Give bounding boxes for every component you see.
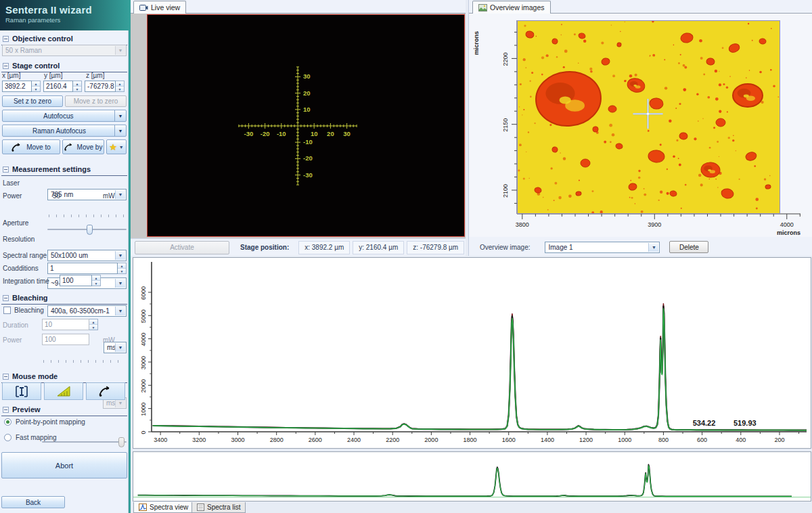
spectral-range-select[interactable]: 400a, 60-3500cm-1 ▼ xyxy=(47,305,127,317)
spectra-tab-strip: Spectra view Spectra list xyxy=(132,502,812,513)
svg-text:2000: 2000 xyxy=(140,379,147,393)
marker-tool-button[interactable] xyxy=(2,382,41,400)
move-by-button[interactable]: Move by xyxy=(62,139,104,154)
raman-autofocus-button[interactable]: Raman Autofocus ▼ xyxy=(2,125,127,137)
duration-stepper[interactable]: ▲▼ xyxy=(89,319,98,330)
move-by-label: Move by xyxy=(77,143,103,151)
y-position-value[interactable]: 2160.4 xyxy=(43,81,73,92)
overview-image-value: Image 1 xyxy=(548,244,572,251)
x-stepper[interactable]: ▲▼ xyxy=(32,81,41,92)
radio-icon[interactable] xyxy=(4,434,12,441)
favorites-button[interactable]: ★ ▼ xyxy=(106,139,127,154)
collapse-icon[interactable] xyxy=(3,407,9,413)
slider-thumb[interactable] xyxy=(87,225,93,235)
svg-text:800: 800 xyxy=(658,437,669,443)
svg-text:1800: 1800 xyxy=(464,437,477,443)
z-position-field[interactable]: -76279.8 ▲▼ xyxy=(85,81,125,92)
bleach-power-value[interactable]: 100 xyxy=(42,334,89,345)
y-position-field[interactable]: 2160.4 ▲▼ xyxy=(43,81,82,92)
collapse-icon[interactable] xyxy=(3,63,9,69)
curved-arrow-icon xyxy=(12,143,22,152)
svg-text:3000: 3000 xyxy=(140,356,147,370)
section-objective-control: Objective control xyxy=(1,33,127,45)
collapse-icon[interactable] xyxy=(3,166,9,173)
stage-position-label: Stage position: xyxy=(240,244,289,251)
spectra-minimap[interactable] xyxy=(133,451,811,501)
stage-y-readout: y: 2160.4 µm xyxy=(353,241,404,254)
coadditions-value[interactable]: 1 xyxy=(47,263,118,274)
integration-stepper[interactable]: ▲▼ xyxy=(92,275,101,286)
delete-button[interactable]: Delete xyxy=(669,241,708,253)
spectral-range-value: 400a, 60-3500cm-1 xyxy=(51,307,110,315)
y-stepper[interactable]: ▲▼ xyxy=(73,81,82,92)
chevron-down-icon: ▼ xyxy=(115,46,125,55)
list-icon xyxy=(197,504,204,511)
x-position-value[interactable]: 3892.2 xyxy=(2,81,32,92)
aperture-select[interactable]: 50x1000 um ▼ xyxy=(47,250,127,261)
live-view-image[interactable]: 1010-10-102020-20-203030-30-30 xyxy=(147,14,465,237)
peak-annotation: 534.22 xyxy=(693,419,716,427)
measure-triangle-icon xyxy=(56,385,71,397)
wizard-subtitle: Raman parameters xyxy=(5,16,123,24)
duration-value[interactable]: 10 xyxy=(42,319,89,330)
tab-spectra-view[interactable]: Spectra view xyxy=(133,502,194,513)
svg-text:4000: 4000 xyxy=(780,221,794,228)
chevron-down-icon[interactable]: ▼ xyxy=(114,110,126,121)
crosshair-scale: 1010-10-102020-20-203030-30-30 xyxy=(148,15,464,236)
svg-text:20: 20 xyxy=(303,89,311,97)
laser-label: Laser xyxy=(3,179,20,187)
tab-label: Spectra list xyxy=(207,504,240,511)
move-z-to-zero-button[interactable]: Move z to zero xyxy=(65,95,127,107)
tab-spectra-list[interactable]: Spectra list xyxy=(191,502,246,513)
tab-overview-images[interactable]: Overview images xyxy=(472,1,551,14)
overview-image-select[interactable]: Image 1 ▼ xyxy=(545,242,660,253)
tab-label: Spectra view xyxy=(150,504,188,511)
activate-button[interactable]: Activate xyxy=(135,241,229,254)
integration-time-field[interactable]: 100 ▲▼ xyxy=(60,275,101,286)
marker-tool-icon xyxy=(15,386,28,397)
section-title: Preview xyxy=(12,405,41,414)
autofocus-button[interactable]: Autofocus ▼ xyxy=(2,110,127,122)
chevron-down-icon: ▼ xyxy=(115,251,125,260)
abort-button[interactable]: Abort xyxy=(1,452,127,478)
back-button[interactable]: Back xyxy=(1,496,65,508)
duration-field[interactable]: 10 ▲▼ xyxy=(42,319,98,330)
svg-text:2000: 2000 xyxy=(424,437,438,443)
spectra-main-plot[interactable]: 0100020003000400050006000340032003000280… xyxy=(133,257,811,449)
star-icon: ★ xyxy=(109,142,117,152)
overview-image[interactable] xyxy=(517,20,780,214)
collapse-icon[interactable] xyxy=(3,295,9,301)
section-bleaching: Bleaching xyxy=(1,292,127,305)
x-position-field[interactable]: 3892.2 ▲▼ xyxy=(2,81,41,92)
chevron-down-icon[interactable]: ▼ xyxy=(114,125,126,136)
collapse-icon[interactable] xyxy=(3,374,9,380)
power-slider[interactable] xyxy=(47,225,127,234)
raman-autofocus-label: Raman Autofocus xyxy=(32,127,86,135)
set-z-to-zero-button[interactable]: Set z to zero xyxy=(2,95,63,107)
coadditions-stepper[interactable]: ▲▼ xyxy=(118,263,127,274)
overview-image-content xyxy=(518,21,780,213)
radio-point-by-point[interactable]: Point-by-point mapping xyxy=(4,418,85,426)
move-pointer-tool-button[interactable] xyxy=(86,382,125,400)
bleaching-checkbox-row[interactable]: Bleaching xyxy=(3,307,44,314)
power-value: 50 xyxy=(53,192,60,200)
z-stepper[interactable]: ▲▼ xyxy=(116,81,125,92)
move-to-button[interactable]: Move to xyxy=(2,139,60,154)
radio-icon[interactable] xyxy=(4,418,12,426)
integration-time-value[interactable]: 100 xyxy=(60,275,92,286)
objective-select[interactable]: 50 x Raman ▼ xyxy=(2,45,127,56)
collapse-icon[interactable] xyxy=(3,36,9,42)
bleach-power-label: Power xyxy=(3,336,22,344)
radio-fast-mapping[interactable]: Fast mapping xyxy=(4,434,57,441)
aperture-label: Aperture xyxy=(3,219,28,227)
slider-thumb[interactable] xyxy=(118,437,125,447)
move-to-label: Move to xyxy=(26,143,51,151)
objective-value: 50 x Raman xyxy=(5,47,42,54)
z-position-value[interactable]: -76279.8 xyxy=(85,81,116,92)
coadditions-field[interactable]: 1 ▲▼ xyxy=(47,263,127,274)
z-label: z [µm] xyxy=(86,72,104,79)
svg-text:1600: 1600 xyxy=(502,437,516,443)
tab-live-view[interactable]: Live view xyxy=(133,1,186,14)
measure-tool-button[interactable] xyxy=(44,382,83,400)
bleaching-checkbox[interactable] xyxy=(3,307,11,314)
